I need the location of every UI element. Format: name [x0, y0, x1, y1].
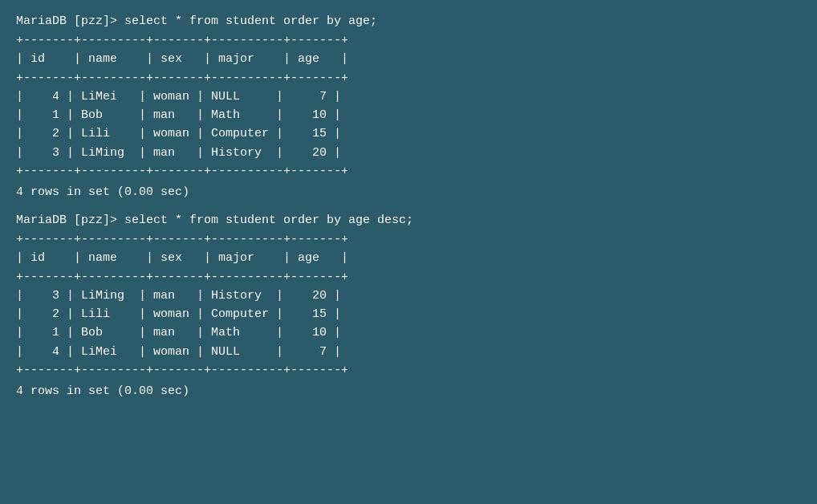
- command-2: MariaDB [pzz]> select * from student ord…: [16, 213, 801, 227]
- table-output-2: +-------+---------+-------+----------+--…: [16, 230, 801, 380]
- result-2: 4 rows in set (0.00 sec): [16, 384, 801, 398]
- terminal-container: MariaDB [pzz]> select * from student ord…: [16, 14, 801, 398]
- table-output-1: +-------+---------+-------+----------+--…: [16, 31, 801, 181]
- command-1: MariaDB [pzz]> select * from student ord…: [16, 14, 801, 28]
- query-block-2: MariaDB [pzz]> select * from student ord…: [16, 213, 801, 398]
- query-block-1: MariaDB [pzz]> select * from student ord…: [16, 14, 801, 199]
- result-1: 4 rows in set (0.00 sec): [16, 185, 801, 199]
